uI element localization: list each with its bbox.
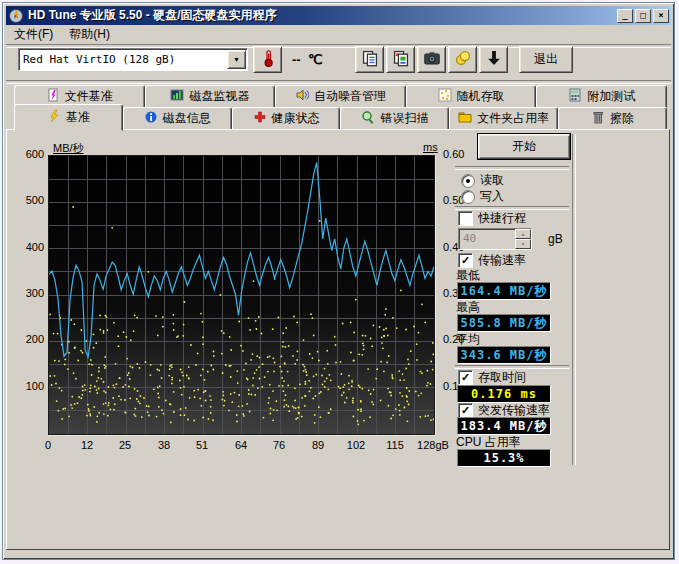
folder-usage-icon [458, 110, 472, 127]
copy-image-icon [392, 49, 410, 70]
screenshot-icon [423, 49, 441, 70]
copy-text-button[interactable] [355, 46, 384, 73]
left-axis-tick: 600 [12, 148, 44, 160]
access-time-checkbox[interactable]: ✓ 存取时间 [458, 369, 526, 386]
divider [6, 80, 671, 84]
erase-icon [591, 110, 605, 127]
tab-folder-usage[interactable]: 文件夹占用率 [449, 107, 558, 130]
menu-file[interactable]: 文件(F) [6, 24, 61, 45]
donate-icon [454, 49, 472, 70]
access-time-display: 0.176 ms [457, 385, 551, 403]
x-axis-tick: 0 [45, 439, 51, 451]
save-button[interactable] [479, 46, 508, 73]
drive-select[interactable]: Red Hat VirtIO (128 gB) ▼ [18, 48, 248, 71]
short-stroke-checkbox[interactable]: 快捷行程 [458, 210, 526, 227]
disk-monitor-icon [170, 88, 184, 105]
screenshot-button[interactable] [417, 46, 446, 73]
read-radio[interactable]: 读取 [461, 172, 504, 189]
read-radio-label: 读取 [480, 172, 504, 189]
x-axis-tick: 12 [81, 439, 93, 451]
tab-label: 健康状态 [272, 110, 320, 127]
tab-label: 自动噪音管理 [314, 88, 386, 105]
temperature-button[interactable] [253, 46, 282, 73]
tab-row-bottom: 基准磁盘信息健康状态错误扫描文件夹占用率擦除 [14, 107, 667, 131]
tab-disk-monitor[interactable]: 磁盘监视器 [145, 85, 276, 108]
tab-benchmark[interactable]: 基准 [14, 104, 123, 131]
x-axis-tick: 51 [196, 439, 208, 451]
x-axis-tick: 64 [235, 439, 247, 451]
extra-tests-icon [568, 88, 582, 105]
aam-icon [295, 88, 309, 105]
tab-extra-tests[interactable]: 附加测试 [536, 85, 667, 108]
exit-button[interactable]: 退出 [519, 46, 573, 73]
tab-health[interactable]: 健康状态 [232, 107, 341, 130]
spin-down-icon[interactable]: ▼ [515, 239, 531, 249]
write-radio-label: 写入 [480, 188, 504, 205]
copy-image-button[interactable] [386, 46, 415, 73]
tab-label: 擦除 [610, 110, 634, 127]
left-axis-tick: 400 [12, 241, 44, 253]
thermometer-icon [259, 49, 277, 70]
title-bar: HD Tune 专业版 5.50 - 硬盘/固态硬盘实用程序 _ □ × [6, 6, 671, 25]
temperature-value: -- [292, 52, 301, 67]
avg-value-display: 343.6 MB/秒 [457, 346, 551, 364]
x-axis-tick: 102 [347, 439, 365, 451]
health-icon [253, 110, 267, 127]
short-stroke-stepper[interactable]: 40 ▲ ▼ [458, 228, 532, 250]
x-axis-tick: 76 [273, 439, 285, 451]
x-axis-tick: 128gB [417, 439, 449, 451]
burst-rate-display: 183.4 MB/秒 [457, 417, 551, 435]
donate-button[interactable] [448, 46, 477, 73]
start-button[interactable]: 开始 [478, 134, 570, 159]
min-value-display: 164.4 MB/秒 [457, 282, 551, 300]
access-time-label: 存取时间 [478, 369, 526, 386]
random-access-icon [438, 88, 452, 105]
transfer-rate-label: 传输速率 [478, 252, 526, 269]
left-axis-tick: 200 [12, 333, 44, 345]
x-axis-tick: 115 [386, 439, 404, 451]
spin-up-icon[interactable]: ▲ [515, 229, 531, 239]
short-stroke-unit: gB [548, 232, 563, 246]
chevron-down-icon[interactable]: ▼ [227, 50, 246, 69]
app-icon [8, 8, 24, 24]
disk-info-icon [144, 110, 158, 127]
tab-label: 基准 [66, 109, 90, 126]
save-icon [485, 49, 503, 70]
tab-erase[interactable]: 擦除 [558, 107, 667, 130]
short-stroke-label: 快捷行程 [478, 210, 526, 227]
write-radio[interactable]: 写入 [461, 188, 504, 205]
divider [572, 134, 576, 465]
window-title: HD Tune 专业版 5.50 - 硬盘/固态硬盘实用程序 [28, 7, 276, 24]
benchmark-icon [47, 109, 61, 126]
tab-label: 文件基准 [65, 88, 113, 105]
tab-label: 文件夹占用率 [477, 110, 549, 127]
close-button[interactable]: × [653, 9, 669, 23]
right-axis-tick: 0.60 [443, 148, 464, 160]
left-axis-tick: 100 [12, 380, 44, 392]
cpu-usage-display: 15.3% [457, 449, 551, 467]
app-window: HD Tune 专业版 5.50 - 硬盘/固态硬盘实用程序 _ □ × 文件(… [2, 2, 675, 560]
tab-disk-info[interactable]: 磁盘信息 [123, 107, 232, 130]
tab-label: 错误扫描 [380, 110, 428, 127]
menu-bar: 文件(F) 帮助(H) [6, 25, 671, 44]
radio-unselected-icon [461, 190, 475, 204]
checkbox-checked-icon: ✓ [458, 253, 473, 268]
radio-selected-icon [461, 174, 475, 188]
menu-help[interactable]: 帮助(H) [61, 24, 118, 45]
tab-label: 附加测试 [587, 88, 635, 105]
x-axis-tick: 38 [158, 439, 170, 451]
left-axis-title: MB/秒 [53, 141, 84, 156]
minimize-button[interactable]: _ [617, 9, 633, 23]
maximize-button[interactable]: □ [635, 9, 651, 23]
tab-aam[interactable]: 自动噪音管理 [275, 85, 406, 108]
checkbox-checked-icon: ✓ [458, 403, 473, 418]
short-stroke-value: 40 [459, 229, 515, 249]
tab-label: 随机存取 [457, 88, 505, 105]
copy-icon [361, 49, 379, 70]
tab-error-scan[interactable]: 错误扫描 [340, 107, 449, 130]
divider [455, 166, 569, 170]
temperature-unit: ℃ [308, 52, 323, 67]
benchmark-file-icon [46, 88, 60, 105]
right-axis-title: ms [423, 141, 438, 153]
tab-random-access[interactable]: 随机存取 [406, 85, 537, 108]
